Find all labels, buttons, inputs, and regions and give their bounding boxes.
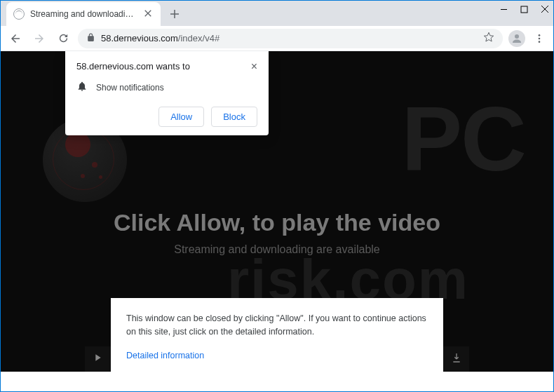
- url-text: 58.dernevious.com/index/v4#: [101, 33, 478, 43]
- watermark-text-top: PC: [401, 86, 525, 191]
- lock-icon: [86, 33, 95, 44]
- headline: Click Allow, to play the video: [1, 209, 553, 236]
- notification-permission-prompt: 58.dernevious.com wants to × Show notifi…: [65, 51, 269, 135]
- browser-toolbar: 58.dernevious.com/index/v4#: [1, 26, 553, 51]
- bookmark-star-icon[interactable]: [483, 32, 494, 45]
- address-bar[interactable]: 58.dernevious.com/index/v4#: [78, 29, 503, 48]
- back-button[interactable]: [6, 29, 25, 48]
- download-icon[interactable]: [451, 352, 462, 366]
- profile-button[interactable]: [508, 30, 525, 47]
- tab-title: Streaming and downloading are: [30, 9, 138, 19]
- svg-point-1: [515, 34, 519, 39]
- svg-point-4: [539, 41, 541, 43]
- minimize-button[interactable]: [500, 4, 508, 16]
- permission-origin: 58.dernevious.com wants to: [76, 61, 190, 72]
- svg-rect-0: [521, 6, 527, 13]
- bell-icon: [76, 81, 88, 94]
- subheadline: Streaming and downloading are available: [1, 243, 553, 256]
- page-content: PC risk.com Click Allow, to play the vid…: [1, 51, 553, 372]
- permission-capability: Show notifications: [96, 83, 164, 93]
- info-card-text: This window can be closed by clicking "A…: [126, 312, 428, 339]
- globe-icon: [13, 8, 25, 20]
- browser-menu-button[interactable]: [531, 30, 548, 47]
- close-window-button[interactable]: [541, 4, 549, 16]
- tab-strip: Streaming and downloading are: [1, 1, 553, 26]
- svg-point-3: [539, 37, 541, 39]
- forward-button[interactable]: [30, 29, 48, 48]
- detailed-information-link[interactable]: Detailed information: [126, 351, 204, 360]
- main-message: Click Allow, to play the video Streaming…: [1, 209, 553, 256]
- browser-tab[interactable]: Streaming and downloading are: [6, 2, 161, 26]
- reload-button[interactable]: [54, 29, 72, 48]
- close-icon[interactable]: ×: [251, 61, 257, 72]
- allow-button[interactable]: Allow: [158, 107, 204, 127]
- maximize-button[interactable]: [520, 4, 528, 16]
- close-tab-icon[interactable]: [144, 9, 154, 19]
- play-icon[interactable]: [92, 352, 103, 366]
- info-card: This window can be closed by clicking "A…: [111, 298, 443, 372]
- svg-point-2: [539, 34, 541, 36]
- new-tab-button[interactable]: [165, 4, 184, 24]
- block-button[interactable]: Block: [211, 107, 257, 127]
